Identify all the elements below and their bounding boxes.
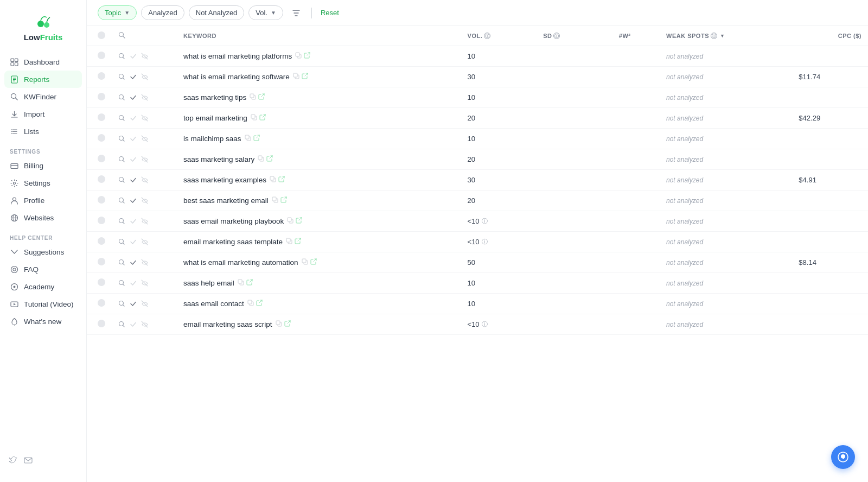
sidebar-item-reports[interactable]: Reports xyxy=(4,71,82,88)
row-select-circle[interactable] xyxy=(98,93,105,100)
sidebar-item-settings[interactable]: Settings xyxy=(4,174,82,192)
search-row-icon[interactable] xyxy=(118,280,125,287)
hide-row-icon[interactable] xyxy=(141,73,148,80)
hide-row-icon[interactable] xyxy=(141,238,148,245)
row-select-circle[interactable] xyxy=(98,320,105,327)
row-select-circle[interactable] xyxy=(98,72,105,80)
check-row-icon[interactable] xyxy=(130,280,137,287)
search-row-icon[interactable] xyxy=(118,73,125,80)
external-link-icon[interactable] xyxy=(302,73,308,81)
check-row-icon[interactable] xyxy=(130,259,137,266)
row-select-circle[interactable] xyxy=(98,52,105,59)
hide-row-icon[interactable] xyxy=(141,53,148,60)
analyzed-filter-button[interactable]: Analyzed xyxy=(141,5,184,20)
external-link-icon[interactable] xyxy=(253,135,260,143)
topic-filter-button[interactable]: Topic ▼ xyxy=(98,5,137,20)
hide-row-icon[interactable] xyxy=(141,94,148,101)
copy-keyword-icon[interactable] xyxy=(238,279,244,287)
hide-row-icon[interactable] xyxy=(141,176,148,183)
row-select-circle[interactable] xyxy=(98,237,105,245)
check-row-icon[interactable] xyxy=(130,73,137,80)
copy-keyword-icon[interactable] xyxy=(276,320,282,328)
th-weak-spots[interactable]: WEAK SPOTS ⓘ ▼ xyxy=(660,26,792,46)
copy-keyword-icon[interactable] xyxy=(286,238,292,246)
row-select-circle[interactable] xyxy=(98,278,105,286)
external-link-icon[interactable] xyxy=(259,114,266,122)
sidebar-item-whats-new[interactable]: What's new xyxy=(4,313,82,330)
hide-row-icon[interactable] xyxy=(141,115,148,122)
copy-keyword-icon[interactable] xyxy=(287,217,293,225)
chat-fab-button[interactable] xyxy=(831,445,855,469)
sidebar-item-import[interactable]: Import xyxy=(4,105,82,123)
hide-row-icon[interactable] xyxy=(141,259,148,266)
row-select-circle[interactable] xyxy=(98,113,105,121)
sidebar-item-academy[interactable]: Academy xyxy=(4,278,82,295)
sidebar-item-faq[interactable]: FAQ xyxy=(4,261,82,278)
external-link-icon[interactable] xyxy=(246,279,253,287)
search-row-icon[interactable] xyxy=(118,218,125,225)
row-select-circle[interactable] xyxy=(98,258,105,265)
sidebar-item-profile[interactable]: Profile xyxy=(4,192,82,209)
sidebar-item-tutorial[interactable]: Tutorial (Video) xyxy=(4,295,82,313)
search-row-icon[interactable] xyxy=(118,94,125,101)
external-link-icon[interactable] xyxy=(280,196,287,205)
hide-row-icon[interactable] xyxy=(141,218,148,225)
sidebar-item-billing[interactable]: Billing xyxy=(4,157,82,174)
check-row-icon[interactable] xyxy=(130,156,137,163)
hide-row-icon[interactable] xyxy=(141,321,148,328)
copy-keyword-icon[interactable] xyxy=(247,300,254,308)
row-select-circle[interactable] xyxy=(98,299,105,307)
sidebar-item-kwfinder[interactable]: KWFinder xyxy=(4,88,82,105)
not-analyzed-filter-button[interactable]: Not Analyzed xyxy=(189,5,245,20)
check-row-icon[interactable] xyxy=(130,197,137,204)
external-link-icon[interactable] xyxy=(278,176,285,184)
external-link-icon[interactable] xyxy=(256,300,263,308)
row-select-circle[interactable] xyxy=(98,155,105,162)
vol-filter-button[interactable]: Vol. ▼ xyxy=(248,5,283,20)
check-row-icon[interactable] xyxy=(130,321,137,328)
search-row-icon[interactable] xyxy=(118,300,125,307)
check-row-icon[interactable] xyxy=(130,53,137,60)
sidebar-item-suggestions[interactable]: Suggestions xyxy=(4,243,82,261)
copy-keyword-icon[interactable] xyxy=(250,93,256,102)
filter-icon-button[interactable] xyxy=(288,6,305,20)
search-row-icon[interactable] xyxy=(118,53,125,60)
copy-keyword-icon[interactable] xyxy=(295,52,302,60)
sidebar-item-websites[interactable]: Websites xyxy=(4,209,82,226)
twitter-icon[interactable] xyxy=(9,456,17,467)
row-select-circle[interactable] xyxy=(98,196,105,204)
copy-keyword-icon[interactable] xyxy=(302,258,308,267)
email-icon[interactable] xyxy=(24,456,33,467)
hide-row-icon[interactable] xyxy=(141,280,148,287)
search-row-icon[interactable] xyxy=(118,176,125,183)
select-all-checkbox[interactable] xyxy=(98,31,105,39)
external-link-icon[interactable] xyxy=(258,93,265,102)
copy-keyword-icon[interactable] xyxy=(270,176,276,184)
search-row-icon[interactable] xyxy=(118,259,125,266)
check-row-icon[interactable] xyxy=(130,135,137,142)
external-link-icon[interactable] xyxy=(295,238,301,246)
check-row-icon[interactable] xyxy=(130,300,137,307)
external-link-icon[interactable] xyxy=(310,258,317,267)
sidebar-item-dashboard[interactable]: Dashboard xyxy=(4,53,82,71)
external-link-icon[interactable] xyxy=(296,217,302,225)
search-row-icon[interactable] xyxy=(118,135,125,142)
search-row-icon[interactable] xyxy=(118,321,125,328)
search-row-icon[interactable] xyxy=(118,115,125,122)
check-row-icon[interactable] xyxy=(130,238,137,245)
copy-keyword-icon[interactable] xyxy=(245,135,251,143)
external-link-icon[interactable] xyxy=(304,52,310,60)
hide-row-icon[interactable] xyxy=(141,156,148,163)
copy-keyword-icon[interactable] xyxy=(251,114,257,122)
check-row-icon[interactable] xyxy=(130,218,137,225)
hide-row-icon[interactable] xyxy=(141,135,148,142)
external-link-icon[interactable] xyxy=(284,320,291,328)
reset-button[interactable]: Reset xyxy=(318,6,341,20)
check-row-icon[interactable] xyxy=(130,176,137,183)
hide-row-icon[interactable] xyxy=(141,300,148,307)
row-select-circle[interactable] xyxy=(98,217,105,224)
external-link-icon[interactable] xyxy=(266,155,273,163)
search-row-icon[interactable] xyxy=(118,156,125,163)
check-row-icon[interactable] xyxy=(130,115,137,122)
hide-row-icon[interactable] xyxy=(141,197,148,204)
